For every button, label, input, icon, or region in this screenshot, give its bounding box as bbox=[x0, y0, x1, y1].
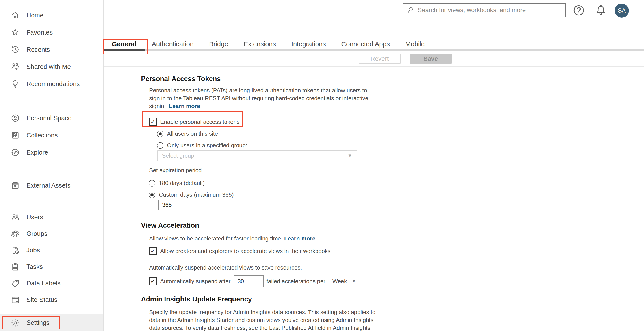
compass-icon bbox=[10, 148, 20, 157]
pat-description-line: signin. Learn more bbox=[149, 102, 644, 110]
sidebar-item-settings[interactable]: Settings bbox=[0, 314, 103, 331]
tab-bridge[interactable]: Bridge bbox=[209, 40, 228, 48]
lightbulb-icon bbox=[10, 79, 20, 88]
custom-days-radio[interactable] bbox=[149, 192, 155, 198]
pat-learn-more-link[interactable]: Learn more bbox=[169, 103, 200, 109]
person-circle-icon bbox=[10, 113, 20, 123]
sidebar-item-recommendations[interactable]: Recommendations bbox=[0, 75, 103, 92]
suspend-threshold-input[interactable] bbox=[234, 275, 264, 287]
admin-insights-description: Specify the update frequency for Admin I… bbox=[149, 308, 644, 331]
gear-icon bbox=[10, 318, 20, 328]
save-button[interactable]: Save bbox=[410, 53, 452, 64]
sidebar-item-label: Shared with Me bbox=[26, 63, 71, 70]
sidebar-divider bbox=[4, 103, 99, 104]
sidebar-item-groups[interactable]: Groups bbox=[0, 226, 103, 242]
default-days-label: 180 days (default) bbox=[159, 180, 205, 187]
sidebar-divider bbox=[4, 169, 99, 169]
sidebar-item-label: Data Labels bbox=[26, 280, 60, 287]
search-input[interactable] bbox=[418, 3, 565, 17]
sidebar-item-recents[interactable]: Recents bbox=[0, 41, 103, 58]
suspend-period-value: Week bbox=[332, 278, 347, 285]
allow-accelerate-row: ✓ Allow creators and explorers to accele… bbox=[149, 247, 330, 255]
document-clock-icon bbox=[10, 246, 20, 255]
radio-row-custom-days: Custom days (maximum 365) bbox=[149, 191, 644, 198]
suspend-period-select[interactable]: Week ▼ bbox=[332, 278, 356, 285]
tab-authentication[interactable]: Authentication bbox=[152, 40, 194, 48]
tab-integrations[interactable]: Integrations bbox=[291, 40, 326, 48]
collections-grid-icon bbox=[10, 131, 20, 140]
sidebar-item-label: Recents bbox=[26, 46, 50, 53]
admin-insights-description-line: Specify the update frequency for Admin I… bbox=[149, 308, 644, 316]
sidebar-item-label: Home bbox=[26, 12, 44, 19]
sidebar-item-label: Recommendations bbox=[26, 80, 80, 88]
all-users-radio[interactable] bbox=[157, 131, 164, 137]
user-avatar[interactable]: SA bbox=[615, 3, 629, 18]
tab-general[interactable]: General bbox=[112, 40, 136, 48]
shared-with-me-icon bbox=[10, 62, 20, 71]
archive-box-icon bbox=[10, 181, 20, 190]
active-tab-underline bbox=[104, 49, 145, 51]
view-acceleration-learn-more-link[interactable]: Learn more bbox=[284, 235, 316, 242]
users-icon bbox=[10, 213, 20, 222]
help-icon[interactable] bbox=[572, 4, 585, 17]
sidebar-item-label: Favorites bbox=[26, 29, 53, 36]
sidebar-item-label: External Assets bbox=[26, 182, 70, 189]
pat-section-heading: Personal Access Tokens bbox=[141, 75, 644, 83]
sidebar-item-label: Tasks bbox=[26, 263, 43, 271]
default-days-radio[interactable] bbox=[149, 180, 155, 187]
custom-days-input[interactable] bbox=[158, 200, 221, 210]
expiration-label: Set expiration period bbox=[149, 167, 644, 174]
chevron-down-icon: ▼ bbox=[348, 153, 352, 159]
sidebar-item-site-status[interactable]: Site Status bbox=[0, 292, 103, 308]
tab-extensions[interactable]: Extensions bbox=[244, 40, 276, 48]
sidebar: Home Favorites Recents Shared with Me Re… bbox=[0, 0, 104, 331]
avatar-initials: SA bbox=[618, 7, 626, 14]
home-icon bbox=[10, 10, 20, 20]
group-select-placeholder: Select group bbox=[162, 152, 348, 159]
sidebar-item-shared-with-me[interactable]: Shared with Me bbox=[0, 58, 103, 75]
specified-group-radio[interactable] bbox=[157, 142, 164, 149]
checkmark-icon: ✓ bbox=[150, 278, 156, 284]
sidebar-item-personal-space[interactable]: Personal Space bbox=[0, 109, 103, 127]
sidebar-item-jobs[interactable]: Jobs bbox=[0, 242, 103, 259]
sidebar-item-label: Jobs bbox=[26, 247, 40, 254]
sidebar-item-label: Explore bbox=[26, 149, 48, 156]
top-header: SA General Authentication Bridge Extensi… bbox=[104, 0, 644, 66]
custom-days-label: Custom days (maximum 365) bbox=[159, 191, 234, 198]
history-clock-icon bbox=[10, 45, 20, 54]
settings-tabs: General Authentication Bridge Extensions… bbox=[104, 39, 425, 49]
allow-accelerate-checkbox[interactable]: ✓ bbox=[149, 247, 157, 255]
sidebar-item-tasks[interactable]: Tasks bbox=[0, 259, 103, 275]
enable-pat-label: Enable personal access tokens bbox=[160, 118, 240, 125]
group-select[interactable]: Select group ▼ bbox=[157, 150, 357, 161]
sidebar-item-external-assets[interactable]: External Assets bbox=[0, 177, 103, 194]
tag-icon bbox=[10, 279, 20, 288]
sidebar-item-label: Personal Space bbox=[26, 114, 72, 122]
enable-pat-row: ✓ Enable personal access tokens bbox=[149, 118, 240, 125]
specified-group-label: Only users in a specified group: bbox=[167, 142, 247, 149]
settings-content: Personal Access Tokens Personal access t… bbox=[104, 66, 644, 331]
tab-mobile[interactable]: Mobile bbox=[405, 40, 424, 48]
sidebar-item-explore[interactable]: Explore bbox=[0, 144, 103, 161]
enable-pat-checkbox[interactable]: ✓ bbox=[149, 118, 157, 125]
sidebar-item-collections[interactable]: Collections bbox=[0, 127, 103, 144]
tab-connected-apps[interactable]: Connected Apps bbox=[341, 40, 390, 48]
sidebar-item-label: Users bbox=[26, 214, 43, 221]
search-box[interactable] bbox=[403, 3, 566, 17]
pat-description-line: Personal access tokens (PATs) are long-l… bbox=[149, 86, 644, 94]
notifications-bell-icon[interactable] bbox=[594, 4, 607, 17]
all-users-label: All users on this site bbox=[167, 130, 218, 137]
auto-suspend-checkbox[interactable]: ✓ bbox=[149, 278, 157, 285]
revert-button[interactable]: Revert bbox=[359, 53, 400, 64]
allow-accelerate-label: Allow creators and explorers to accelera… bbox=[160, 248, 330, 255]
sidebar-item-users[interactable]: Users bbox=[0, 209, 103, 226]
sidebar-item-data-labels[interactable]: Data Labels bbox=[0, 275, 103, 292]
admin-insights-description-line: data in the Admin Insights Starter and c… bbox=[149, 316, 644, 324]
chevron-down-icon: ▼ bbox=[352, 279, 356, 284]
tab-track bbox=[104, 49, 644, 51]
star-icon bbox=[10, 28, 20, 37]
groups-icon bbox=[10, 229, 20, 239]
sidebar-item-favorites[interactable]: Favorites bbox=[0, 24, 103, 41]
sidebar-item-home[interactable]: Home bbox=[0, 6, 103, 24]
checkmark-icon: ✓ bbox=[150, 119, 156, 125]
